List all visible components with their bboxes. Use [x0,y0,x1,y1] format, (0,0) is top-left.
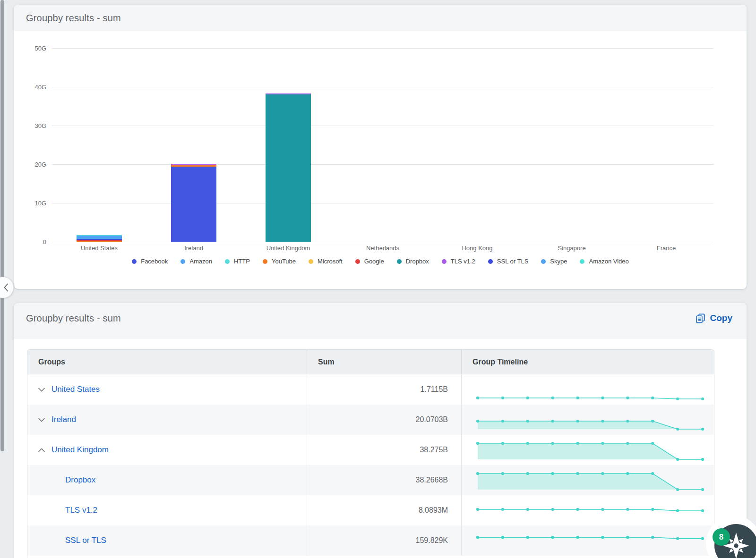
y-axis-label: 20G [18,161,46,168]
x-axis-label: Ireland [184,245,203,252]
y-axis-label: 40G [18,84,46,91]
legend-label: Skype [550,258,567,265]
legend-item[interactable]: Dropbox [397,258,429,265]
copy-label: Copy [710,313,733,323]
sum-value: 159.829K [307,525,461,556]
sum-value: 8.0893M [307,495,461,525]
legend-label: Microsoft [318,258,343,265]
bar-united-kingdom[interactable] [266,93,311,242]
group-link[interactable]: TLS v1.2 [65,506,97,515]
grid-line [52,87,713,87]
chevron-up-icon[interactable] [38,448,45,452]
legend-item[interactable]: Microsoft [309,258,343,265]
card-title: Groupby results - sum [26,313,121,324]
chevron-left-icon [4,283,9,292]
collapse-panel-button[interactable] [0,277,14,298]
x-axis-label: Netherlands [366,245,399,252]
timeline-cell [461,495,714,525]
sum-value: 1.7115B [307,374,461,405]
grid-line [52,48,713,49]
x-axis-label: Singapore [558,245,585,252]
legend-label: TLS v1.2 [451,258,475,265]
sum-value: 38.2668B [307,465,461,495]
groups-cell: United Kingdom [27,435,307,465]
legend-item[interactable]: Skype [541,258,567,265]
chart-plot: 010G20G30G40G50GUnited StatesIrelandUnit… [14,5,747,289]
bar-segment-facebook [171,167,216,242]
group-timeline-sparkline [467,495,713,525]
legend-label: Facebook [141,258,168,265]
legend-dot [488,259,493,264]
timeline-cell [461,374,714,405]
x-axis-label: United Kingdom [266,245,310,252]
table-row: SSL or TLS159.829K [27,525,714,556]
scrollbar-thumb[interactable] [0,0,4,451]
table-row: Dropbox38.2668B [27,465,714,495]
legend-dot [263,259,267,264]
group-link[interactable]: United States [52,385,100,394]
legend-dot [132,259,137,264]
copy-button[interactable]: Copy [695,313,733,324]
legend-item[interactable]: TLS v1.2 [442,258,475,265]
group-link[interactable]: SSL or TLS [65,536,106,545]
groups-cell: United States [27,374,307,405]
copy-icon [695,313,706,324]
legend-item[interactable]: SSL or TLS [488,258,528,265]
timeline-cell [461,405,714,435]
group-link[interactable]: Ireland [52,415,76,424]
legend-label: Dropbox [406,258,429,265]
y-axis-label: 10G [18,200,46,207]
column-header-groups: Groups [27,350,307,374]
chevron-down-icon[interactable] [38,388,45,392]
grid-line [52,242,713,242]
results-card-header: Groupby results - sum Copy [14,303,747,339]
groups-cell: TLS v1.2 [27,495,307,525]
x-axis-label: United States [81,245,118,252]
results-table: GroupsSumGroup TimelineUnited States1.71… [27,349,714,558]
legend-label: Amazon Video [589,258,628,265]
legend-dot [541,259,546,264]
legend-item[interactable]: Amazon [180,258,212,265]
x-axis-label: France [657,245,676,252]
chevron-down-icon[interactable] [38,418,45,422]
chart-card: Groupby results - sum 010G20G30G40G50GUn… [14,5,747,289]
legend-item[interactable]: HTTP [225,258,250,265]
table-row: United Kingdom38.275B [27,435,714,465]
column-header-sum: Sum [307,350,461,374]
legend-label: YouTube [272,258,296,265]
group-timeline-sparkline [467,465,713,495]
groups-cell: Dropbox [27,465,307,495]
bar-segment-youtube [77,241,122,241]
legend-dot [309,259,313,264]
column-header-group-timeline: Group Timeline [461,350,714,374]
legend-item[interactable]: Google [355,258,384,265]
grid-line [52,203,713,203]
groups-cell: SSL or TLS [27,525,307,556]
legend-item[interactable]: YouTube [263,258,296,265]
grid-line [52,126,713,126]
legend-dot [397,259,402,264]
sum-value: 38.275B [307,435,461,465]
group-timeline-sparkline [467,525,713,556]
legend-item[interactable]: Facebook [132,258,168,265]
legend-item[interactable]: Amazon Video [580,258,628,265]
chart-legend: FacebookAmazonHTTPYouTubeMicrosoftGoogle… [14,258,747,265]
legend-label: Amazon [189,258,212,265]
group-link[interactable]: United Kingdom [52,445,109,455]
bar-segment-dropbox [266,94,311,242]
table-header-row: GroupsSumGroup Timeline [27,350,714,374]
sum-value: 20.0703B [307,405,461,435]
table-row: TLS v1.28.0893M [27,495,714,525]
x-axis-label: Hong Kong [462,245,492,252]
timeline-cell [461,465,714,495]
groups-cell: Ireland [27,405,307,435]
legend-dot [355,259,360,264]
group-link[interactable]: Dropbox [65,475,95,485]
legend-label: Google [364,258,384,265]
bar-united-states[interactable] [77,235,122,242]
legend-dot [180,259,185,264]
timeline-cell [461,435,714,465]
notification-badge: 8 [713,528,730,546]
legend-dot [225,259,230,264]
bar-ireland[interactable] [171,164,216,242]
